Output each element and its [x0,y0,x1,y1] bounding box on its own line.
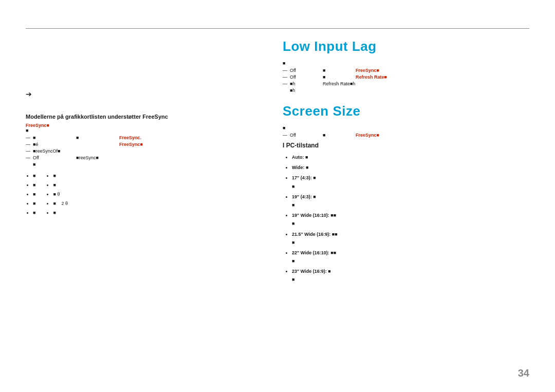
bullet-item: ■ θ [53,190,67,199]
screen-size-section: Screen Size ■ — Off ■ FreeSync■ I PC-til… [283,103,529,284]
low-input-lag-section: Low Input Lag ■ — Off ■ FreeSync■ — Off … [283,39,529,93]
freesync-row-4: — Off ■reeSync■ [26,155,272,160]
lag-row-4: ■h [283,88,529,93]
pc-mode-item-wide: Wide: ■ [292,163,529,172]
right-column: Low Input Lag ■ — Off ■ FreeSync■ — Off … [283,33,529,286]
pc-mode-item-17: 17" (4:3): ■■ [292,174,529,190]
bullet-list-left: ■ ■ ■ ■ ■ [26,171,35,217]
bullet-item: ■ [53,208,67,217]
lag-row-1: — Off ■ FreeSync■ [283,68,529,73]
bullet-columns: ■ ■ ■ ■ ■ ■ ■ ■ θ ■ 2 θ ■ [26,171,272,217]
bullet-item: ■ [33,208,35,217]
bullet-item: ■ [53,180,67,190]
freesync-row-1: — ■ ■ FreeSync. [26,135,272,140]
bullet-item: ■ [33,180,35,190]
bullet-item: ■ 2 θ [53,199,67,208]
pc-mode-item-19wide: 19" Wide (16:10): ■■■ [292,211,529,228]
page-number: 34 [518,367,529,379]
page-container: ➔ Modellerne på grafikkortlisten underst… [0,0,555,392]
freesync-note: FreeSync■ [26,123,272,128]
bullet-item: ■ [33,199,35,208]
body-text-left: ■ [26,128,272,133]
bullet-item: ■ [33,190,35,199]
freesync-sub: ■ [26,162,272,167]
pc-mode-item-23: 23" Wide (16:9): ■■ [292,267,529,284]
pc-mode-item-19: 19" (4:3): ■■ [292,193,529,209]
bullet-list-right: ■ ■ ■ θ ■ 2 θ ■ [46,171,67,217]
freesync-section: Modellerne på grafikkortlisten understøt… [26,114,272,167]
pc-mode-item-auto: Auto: ■ [292,153,529,161]
pc-mode-list: Auto: ■ Wide: ■ 17" (4:3): ■■ 19" (4:3):… [283,153,529,284]
arrow-icon: ➔ [26,90,32,98]
screen-row-1: — Off ■ FreeSync■ [283,133,529,138]
low-input-lag-header: ■ [283,61,529,66]
freesync-row-2: — ■é FreeSync■ [26,142,272,147]
pc-mode-title: I PC-tilstand [283,142,529,149]
top-border [26,28,529,29]
bullet-item: ■ [33,171,35,180]
lag-row-3: — ■h Refresh Rate■h [283,81,529,86]
pc-mode-item-22: 22" Wide (16:10): ■■■ [292,249,529,265]
freesync-heading: Modellerne på grafikkortlisten understøt… [26,114,272,120]
screen-size-header: ■ [283,125,529,130]
lag-row-2: — Off ■ Refresh Rate■ [283,74,529,80]
low-input-lag-title: Low Input Lag [283,39,529,54]
freesync-row-3: — ■reeSyncOf■ [26,148,272,154]
bullet-item: ■ [53,171,67,180]
screen-size-title: Screen Size [283,103,529,119]
left-column: ➔ Modellerne på grafikkortlisten underst… [26,33,272,286]
pc-mode-item-215: 21.5" Wide (16:9): ■■■ [292,230,529,247]
